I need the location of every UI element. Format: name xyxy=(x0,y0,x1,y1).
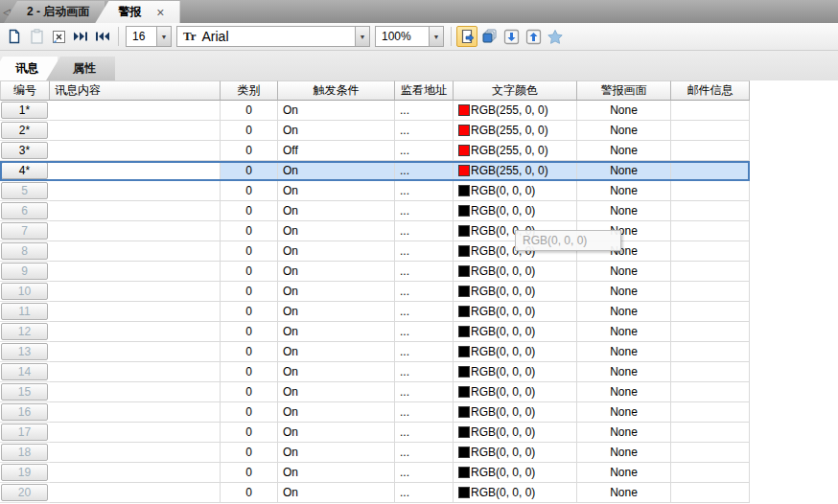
cell-trigger[interactable]: Off xyxy=(278,141,395,161)
export-button[interactable] xyxy=(523,26,544,47)
cell-category[interactable]: 0 xyxy=(221,101,278,121)
cell-mail[interactable] xyxy=(671,161,750,181)
cell-message[interactable] xyxy=(50,201,221,221)
cell-category[interactable]: 0 xyxy=(221,262,278,282)
favorites-button[interactable] xyxy=(545,26,566,47)
cell-message[interactable] xyxy=(50,302,221,322)
cell-alarm-screen[interactable]: None xyxy=(577,121,671,141)
column-header-category[interactable]: 类别 xyxy=(221,80,278,101)
cell-address[interactable]: ... xyxy=(395,201,454,221)
row-number-button[interactable]: 18 xyxy=(1,444,48,461)
cell-trigger[interactable]: On xyxy=(278,241,395,262)
cell-mail[interactable] xyxy=(671,241,750,262)
row-number-button[interactable]: 4* xyxy=(1,162,48,179)
cell-address[interactable]: ... xyxy=(395,262,454,282)
cell-category[interactable]: 0 xyxy=(221,282,278,302)
cell-text-color[interactable]: RGB(0, 0, 0) xyxy=(454,322,577,342)
cell-text-color[interactable]: RGB(0, 0, 0) xyxy=(454,201,577,221)
chevron-down-icon[interactable]: ▼ xyxy=(355,27,369,46)
cell-address[interactable]: ... xyxy=(395,141,454,161)
cell-text-color[interactable]: RGB(0, 0, 0) xyxy=(454,423,577,443)
cell-mail[interactable] xyxy=(671,302,750,322)
cell-mail[interactable] xyxy=(671,463,750,483)
cell-category[interactable]: 0 xyxy=(221,221,278,241)
cell-mail[interactable] xyxy=(671,382,750,402)
cell-alarm-screen[interactable]: None xyxy=(577,483,671,503)
cell-category[interactable]: 0 xyxy=(221,362,278,382)
cell-address[interactable]: ... xyxy=(395,423,454,443)
import-button[interactable] xyxy=(500,26,522,47)
cell-category[interactable]: 0 xyxy=(221,241,278,262)
cell-trigger[interactable]: On xyxy=(278,282,395,302)
cell-text-color[interactable]: RGB(0, 0, 0) xyxy=(454,181,577,201)
cell-alarm-screen[interactable]: None xyxy=(577,402,671,423)
cell-mail[interactable] xyxy=(671,121,750,141)
cell-category[interactable]: 0 xyxy=(221,483,278,503)
cell-category[interactable]: 0 xyxy=(221,342,278,362)
cell-alarm-screen[interactable]: None xyxy=(577,262,671,282)
cell-trigger[interactable]: On xyxy=(278,322,395,342)
cell-alarm-screen[interactable]: None xyxy=(577,101,671,121)
row-number-button[interactable]: 12 xyxy=(1,323,48,340)
cell-text-color[interactable]: RGB(0, 0, 0) xyxy=(454,463,577,483)
row-number-button[interactable]: 14 xyxy=(1,363,48,380)
cell-trigger[interactable]: On xyxy=(278,262,395,282)
cell-address[interactable]: ... xyxy=(395,362,454,382)
row-number-button[interactable]: 20 xyxy=(1,484,48,501)
column-header-text-color[interactable]: 文字颜色 xyxy=(454,80,577,101)
cell-category[interactable]: 0 xyxy=(221,463,278,483)
cell-alarm-screen[interactable]: None xyxy=(577,161,671,181)
cell-mail[interactable] xyxy=(671,322,750,342)
cell-category[interactable]: 0 xyxy=(221,302,278,322)
paste-button[interactable] xyxy=(26,26,47,47)
row-number-button[interactable]: 5 xyxy=(1,182,48,199)
cell-trigger[interactable]: On xyxy=(278,101,395,121)
row-number-button[interactable]: 7 xyxy=(1,222,48,240)
cell-text-color[interactable]: RGB(255, 0, 0) xyxy=(454,121,577,141)
cell-message[interactable] xyxy=(50,342,221,362)
cell-text-color[interactable]: RGB(0, 0, 0) xyxy=(454,402,577,423)
font-family-combobox[interactable]: Tr Arial ▼ xyxy=(176,26,370,47)
cell-mail[interactable] xyxy=(671,201,750,221)
row-number-button[interactable]: 15 xyxy=(1,383,48,401)
cell-alarm-screen[interactable]: None xyxy=(577,322,671,342)
row-number-button[interactable]: 13 xyxy=(1,343,48,360)
cell-trigger[interactable]: On xyxy=(278,443,395,463)
column-header-number[interactable]: 编号 xyxy=(0,80,50,101)
cell-alarm-screen[interactable]: None xyxy=(577,443,671,463)
cell-mail[interactable] xyxy=(671,101,750,121)
tab-startup-screen[interactable]: 2 - 启动画面 xyxy=(4,1,105,23)
column-header-alarm-screen[interactable]: 警报画面 xyxy=(577,80,671,101)
cell-alarm-screen[interactable]: None xyxy=(577,342,671,362)
cell-text-color[interactable]: RGB(255, 0, 0) xyxy=(454,141,577,161)
cell-message[interactable] xyxy=(50,181,221,201)
cell-text-color[interactable]: RGB(0, 0, 0) xyxy=(454,362,577,382)
cell-address[interactable]: ... xyxy=(395,382,454,402)
cell-message[interactable] xyxy=(50,161,221,181)
cell-mail[interactable] xyxy=(671,262,750,282)
cell-text-color[interactable]: RGB(0, 0, 0) xyxy=(454,282,577,302)
column-header-address[interactable]: 监看地址 xyxy=(395,80,454,101)
column-header-mail[interactable]: 邮件信息 xyxy=(671,80,750,101)
cell-mail[interactable] xyxy=(671,141,750,161)
cell-mail[interactable] xyxy=(671,342,750,362)
chevron-down-icon[interactable]: ▼ xyxy=(156,27,171,46)
cell-trigger[interactable]: On xyxy=(278,161,395,181)
row-number-button[interactable]: 8 xyxy=(1,242,48,260)
cell-message[interactable] xyxy=(50,463,221,483)
cell-address[interactable]: ... xyxy=(395,463,454,483)
cell-text-color[interactable]: RGB(0, 0, 0) xyxy=(454,262,577,282)
cell-category[interactable]: 0 xyxy=(221,443,278,463)
row-number-button[interactable]: 11 xyxy=(1,303,48,320)
close-tab-icon[interactable]: × xyxy=(156,6,164,19)
cell-category[interactable]: 0 xyxy=(221,322,278,342)
tab-alarm[interactable]: 警报 × xyxy=(95,1,179,23)
cell-address[interactable]: ... xyxy=(395,483,454,503)
cell-text-color[interactable]: RGB(0, 0, 0) xyxy=(454,342,577,362)
cell-message[interactable] xyxy=(50,101,221,121)
cell-alarm-screen[interactable]: None xyxy=(577,423,671,443)
cell-text-color[interactable]: RGB(255, 0, 0) xyxy=(454,101,577,121)
cell-message[interactable] xyxy=(50,362,221,382)
cell-trigger[interactable]: On xyxy=(278,181,395,201)
cell-mail[interactable] xyxy=(671,181,750,201)
